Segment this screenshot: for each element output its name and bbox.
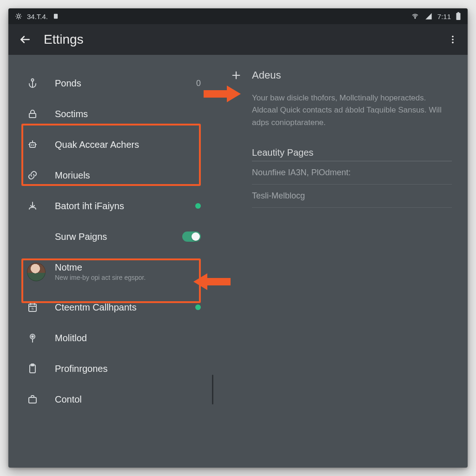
- sidebar-item-moriuels[interactable]: Moriuels: [8, 160, 212, 191]
- clipboard-icon: [27, 363, 55, 374]
- robot-icon: [27, 139, 55, 150]
- sidebar-item-ponds[interactable]: Ponds 0: [8, 68, 212, 99]
- svg-rect-10: [30, 143, 35, 147]
- link-icon: [27, 170, 55, 181]
- status-left-text: 34.T.4.: [27, 13, 48, 20]
- sidebar-item-soctims[interactable]: Soctims: [8, 99, 212, 129]
- sidebar-item-label: Contol: [55, 394, 201, 405]
- lock-icon: [27, 108, 55, 119]
- svg-rect-1: [54, 14, 58, 19]
- download-icon: [27, 200, 55, 212]
- sidebar-item-sublabel: New ime-by opi act sire egspor.: [55, 274, 201, 282]
- arrow-left-icon: [19, 33, 31, 46]
- svg-rect-3: [456, 13, 461, 20]
- sidebar-item-profinrgones[interactable]: Profinrgones: [8, 353, 212, 384]
- sidebar-item-quick-access[interactable]: Quak Accear Achers: [8, 129, 212, 160]
- pane-divider: [212, 375, 213, 404]
- add-adeus-button[interactable]: Adeus: [230, 63, 455, 87]
- status-time: 7:11: [437, 13, 451, 20]
- sidebar-item-trailing: 0: [196, 79, 201, 88]
- toggle-switch[interactable]: [182, 231, 201, 242]
- svg-text:5: 5: [32, 307, 34, 311]
- svg-point-16: [32, 336, 33, 337]
- sidebar-item-contol[interactable]: Contol: [8, 384, 212, 415]
- sidebar-item-label: Ponds: [55, 78, 196, 89]
- sidebar-item-molitlod[interactable]: Molitlod: [8, 323, 212, 353]
- sidebar-item-label: Batort iht iFaiyns: [55, 201, 195, 212]
- status-dot-icon: [195, 203, 201, 209]
- svg-rect-9: [29, 113, 36, 118]
- svg-point-5: [452, 36, 454, 38]
- overflow-menu-button[interactable]: [443, 29, 463, 50]
- pin-icon: [27, 332, 55, 344]
- svg-point-6: [452, 39, 454, 40]
- briefcase-icon: [27, 394, 55, 405]
- app-bar: Ettings: [8, 24, 468, 55]
- wifi-icon: [410, 13, 420, 20]
- sidebar-item-label: Cteentm Callhpants: [55, 302, 195, 313]
- status-bar: 34.T.4. 7:11: [8, 8, 468, 24]
- anchor-icon: [27, 78, 55, 89]
- detail-pane: Adeus Your baw disicle thofors, Mollctin…: [212, 55, 468, 468]
- battery-icon: [456, 12, 461, 20]
- more-vertical-icon: [448, 34, 458, 45]
- status-dot-icon: [195, 304, 201, 310]
- sidebar-item-label: Profinrgones: [55, 364, 201, 374]
- sidebar-item-batort[interactable]: Batort iht iFaiyns: [8, 191, 212, 221]
- svg-point-2: [415, 18, 416, 19]
- svg-rect-19: [29, 397, 36, 403]
- list-item[interactable]: Nouлfiнe IA3N, PlOdment:: [252, 161, 452, 185]
- sidebar-item-cteentm[interactable]: 5 Cteentm Callhpants: [8, 292, 212, 323]
- svg-rect-4: [457, 12, 459, 13]
- svg-point-0: [17, 15, 20, 17]
- sidebar-item-label: Moriuels: [55, 170, 201, 181]
- sidebar-item-label: Molitlod: [55, 333, 201, 344]
- svg-point-7: [452, 42, 454, 44]
- back-button[interactable]: [15, 29, 35, 50]
- svg-point-11: [32, 145, 32, 145]
- plus-icon: [230, 70, 243, 80]
- avatar: [27, 263, 55, 281]
- section-description: Your baw disicle thofors, Mollctinally h…: [252, 92, 452, 129]
- list-item[interactable]: Tesli-Melblocg: [252, 185, 452, 208]
- signal-icon: [424, 13, 433, 20]
- section-title: Leautity Pages: [252, 147, 452, 161]
- sidebar-item-label: Notme: [55, 262, 201, 273]
- debug-icon: [15, 13, 22, 20]
- calendar-icon: 5: [27, 302, 55, 313]
- device-frame: 34.T.4. 7:11 Ettings: [8, 8, 468, 468]
- sidebar-item-label: Soctims: [55, 109, 201, 119]
- list-item-label: Nouлfiнe IA3N, PlOdment:: [252, 168, 351, 178]
- sidebar-item-label: Surw Paigns: [55, 231, 182, 242]
- sidebar-item-label: Quak Accear Achers: [55, 139, 201, 150]
- list-item-label: Tesli-Melblocg: [252, 191, 305, 201]
- sidebar-item-notme[interactable]: Notme New ime-by opi act sire egspor.: [8, 252, 212, 292]
- page-title: Ettings: [44, 32, 84, 47]
- sim-icon: [53, 13, 59, 20]
- add-label: Adeus: [252, 69, 281, 81]
- settings-sidebar: Ponds 0 Soctims Quak Accear Achers M: [8, 55, 212, 468]
- svg-point-12: [33, 145, 34, 145]
- sidebar-item-surw-paigns[interactable]: Surw Paigns: [8, 221, 212, 252]
